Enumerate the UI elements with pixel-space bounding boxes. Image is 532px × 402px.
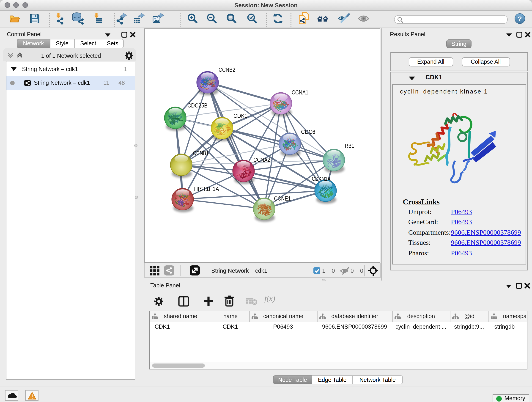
svg-text:CCNB1: CCNB1 xyxy=(193,150,209,156)
svg-text:CDC25B: CDC25B xyxy=(187,102,208,109)
svg-text:CCNA1: CCNA1 xyxy=(292,89,308,96)
svg-text:CDK1: CDK1 xyxy=(234,113,247,119)
svg-text:CDC6: CDC6 xyxy=(301,128,315,135)
svg-text:CCNB2: CCNB2 xyxy=(219,66,235,73)
svg-text:CDKN1A: CDKN1A xyxy=(312,176,331,182)
svg-text:CCNE1: CCNE1 xyxy=(274,195,291,202)
svg-text:HIST1H1A: HIST1H1A xyxy=(194,186,219,192)
svg-text:RB1: RB1 xyxy=(345,143,354,149)
svg-text:CCNA2: CCNA2 xyxy=(253,157,270,163)
